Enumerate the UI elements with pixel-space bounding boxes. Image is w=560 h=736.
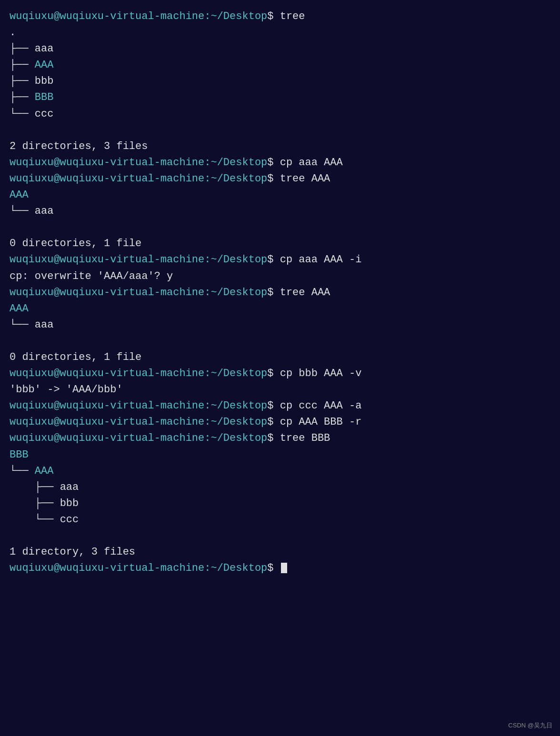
terminal-line: wuqiuxu@wuqiuxu-virtual-machine:~/Deskto… xyxy=(10,560,550,577)
terminal-line: cp: overwrite 'AAA/aaa'? y xyxy=(10,269,550,285)
cmd-text: cp aaa AAA -i xyxy=(274,254,362,266)
cmd-text: tree BBB xyxy=(274,432,330,444)
terminal-line: ├── aaa xyxy=(10,41,550,57)
file-name: aaa xyxy=(60,481,79,493)
terminal-line: wuqiuxu@wuqiuxu-virtual-machine:~/Deskto… xyxy=(10,430,550,447)
prompt-dollar: $ xyxy=(267,173,273,185)
cmd-text: cp ccc AAA -a xyxy=(274,400,362,412)
tree-branch: ├── xyxy=(10,59,35,71)
terminal-cursor xyxy=(281,563,287,573)
file-name: bbb xyxy=(35,75,54,87)
prompt-dollar: $ xyxy=(267,254,273,266)
dir-name: BBB xyxy=(10,449,29,461)
summary-text: 0 directories, 1 file xyxy=(10,238,141,249)
prompt-path: ~/Desktop xyxy=(210,157,267,169)
tree-branch: └── xyxy=(10,465,35,477)
terminal-line: ├── aaa xyxy=(10,479,550,496)
prompt-user: wuqiuxu@wuqiuxu-virtual-machine: xyxy=(10,562,210,574)
prompt-user: wuqiuxu@wuqiuxu-virtual-machine: xyxy=(10,173,210,185)
terminal-line: wuqiuxu@wuqiuxu-virtual-machine:~/Deskto… xyxy=(10,285,550,301)
blank-line xyxy=(10,528,550,544)
terminal-line: 0 directories, 1 file xyxy=(10,349,550,366)
terminal-line: 1 directory, 3 files xyxy=(10,544,550,560)
tree-branch: ├── xyxy=(10,91,35,103)
terminal-line: BBB xyxy=(10,447,550,463)
cmd-text: tree AAA xyxy=(274,173,330,185)
terminal-line: wuqiuxu@wuqiuxu-virtual-machine:~/Deskto… xyxy=(10,398,550,414)
terminal-line: ├── bbb xyxy=(10,73,550,90)
cmd-text: tree AAA xyxy=(274,287,330,298)
prompt-dollar: $ xyxy=(267,287,273,298)
prompt-dollar: $ xyxy=(267,432,273,444)
summary-text: 1 directory, 3 files xyxy=(10,546,135,558)
watermark-label: CSDN @吴九日 xyxy=(508,721,552,730)
prompt-path: ~/Desktop xyxy=(210,562,267,574)
prompt-dollar: $ xyxy=(267,157,273,169)
prompt-user: wuqiuxu@wuqiuxu-virtual-machine: xyxy=(10,254,210,266)
terminal: wuqiuxu@wuqiuxu-virtual-machine:~/Deskto… xyxy=(10,9,550,577)
tree-branch: ├── xyxy=(10,75,35,87)
prompt-user: wuqiuxu@wuqiuxu-virtual-machine: xyxy=(10,432,210,444)
blank-line xyxy=(10,219,550,236)
tree-branch: └── xyxy=(10,319,35,331)
terminal-line: wuqiuxu@wuqiuxu-virtual-machine:~/Deskto… xyxy=(10,9,550,25)
summary-text: 2 directories, 3 files xyxy=(10,140,148,152)
tree-branch: ├── xyxy=(10,481,60,493)
terminal-line: AAA xyxy=(10,301,550,317)
cmd-text: cp AAA BBB -r xyxy=(274,416,362,428)
prompt-dollar: $ xyxy=(267,562,280,574)
terminal-line: ├── AAA xyxy=(10,57,550,73)
dir-name: AAA xyxy=(35,465,54,477)
tree-branch: └── xyxy=(10,108,35,120)
prompt-dollar: $ xyxy=(267,400,273,412)
prompt-path: ~/Desktop xyxy=(210,10,267,22)
tree-branch: ├── xyxy=(10,497,60,509)
terminal-line: AAA xyxy=(10,187,550,203)
terminal-line: wuqiuxu@wuqiuxu-virtual-machine:~/Deskto… xyxy=(10,414,550,430)
cmd-text: cp bbb AAA -v xyxy=(274,368,362,379)
prompt-dollar: $ xyxy=(267,368,273,379)
prompt-path: ~/Desktop xyxy=(210,368,267,379)
terminal-line: wuqiuxu@wuqiuxu-virtual-machine:~/Deskto… xyxy=(10,366,550,382)
prompt-user: wuqiuxu@wuqiuxu-virtual-machine: xyxy=(10,368,210,379)
tree-branch: └── xyxy=(10,514,60,526)
terminal-line: └── AAA xyxy=(10,463,550,479)
prompt-path: ~/Desktop xyxy=(210,173,267,185)
terminal-line: └── aaa xyxy=(10,317,550,333)
cmd-text: cp aaa AAA xyxy=(274,157,343,169)
prompt-user: wuqiuxu@wuqiuxu-virtual-machine: xyxy=(10,10,210,22)
file-name: bbb xyxy=(60,497,79,509)
terminal-line: └── ccc xyxy=(10,106,550,122)
prompt-path: ~/Desktop xyxy=(210,432,267,444)
tree-branch: ├── xyxy=(10,43,35,55)
prompt-user: wuqiuxu@wuqiuxu-virtual-machine: xyxy=(10,416,210,428)
terminal-line: ├── bbb xyxy=(10,496,550,512)
blank-line xyxy=(10,122,550,139)
blank-line xyxy=(10,333,550,349)
terminal-line: 0 directories, 1 file xyxy=(10,236,550,252)
terminal-line: wuqiuxu@wuqiuxu-virtual-machine:~/Deskto… xyxy=(10,252,550,268)
prompt-dollar: $ xyxy=(267,10,273,22)
cmd-text: tree xyxy=(274,10,305,22)
prompt-user: wuqiuxu@wuqiuxu-virtual-machine: xyxy=(10,157,210,169)
prompt-path: ~/Desktop xyxy=(210,400,267,412)
file-name: aaa xyxy=(35,43,54,55)
prompt-user: wuqiuxu@wuqiuxu-virtual-machine: xyxy=(10,287,210,298)
file-name: ccc xyxy=(35,108,54,120)
prompt-path: ~/Desktop xyxy=(210,416,267,428)
dir-name: BBB xyxy=(35,91,54,103)
dir-name: AAA xyxy=(10,189,29,201)
prompt-path: ~/Desktop xyxy=(210,287,267,298)
terminal-line: └── ccc xyxy=(10,512,550,528)
file-name: aaa xyxy=(35,205,54,217)
summary-text: 0 directories, 1 file xyxy=(10,351,141,363)
dir-name: AAA xyxy=(35,59,54,71)
terminal-line: . xyxy=(10,25,550,41)
file-name: ccc xyxy=(60,514,79,526)
terminal-line: 'bbb' -> 'AAA/bbb' xyxy=(10,382,550,398)
terminal-line: wuqiuxu@wuqiuxu-virtual-machine:~/Deskto… xyxy=(10,155,550,171)
prompt-dollar: $ xyxy=(267,416,273,428)
prompt-user: wuqiuxu@wuqiuxu-virtual-machine: xyxy=(10,400,210,412)
terminal-line: └── aaa xyxy=(10,203,550,219)
terminal-line: wuqiuxu@wuqiuxu-virtual-machine:~/Deskto… xyxy=(10,171,550,187)
